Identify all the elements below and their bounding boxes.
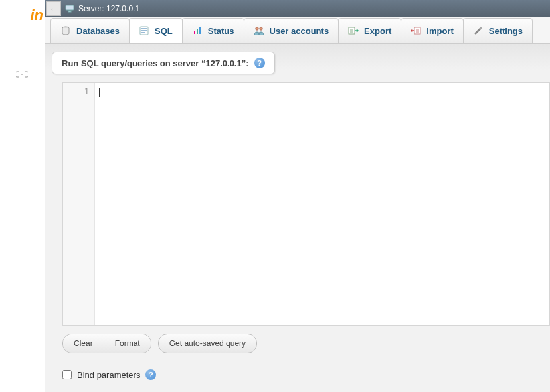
tab-label: User accounts (270, 26, 329, 36)
svg-rect-0 (66, 5, 74, 10)
tab-import[interactable]: Import (401, 18, 463, 43)
tab-label: Export (364, 26, 391, 36)
tab-databases[interactable]: Databases (50, 18, 130, 43)
tab-label: Import (426, 26, 453, 36)
line-number: 1 (63, 87, 89, 96)
bind-parameters-row: Bind parameters ? (62, 369, 156, 380)
collapse-sidebar-button[interactable]: ← (46, 1, 61, 16)
get-autosaved-button[interactable]: Get auto-saved query (158, 334, 257, 353)
tab-sql[interactable]: SQL (129, 18, 183, 43)
import-icon (411, 25, 421, 36)
svg-point-8 (259, 27, 262, 30)
svg-rect-1 (68, 11, 71, 12)
editor-body[interactable] (95, 83, 549, 325)
settings-icon (473, 25, 484, 36)
link-icon[interactable] (16, 70, 28, 77)
svg-rect-4 (194, 31, 195, 34)
logo-fragment: in (30, 7, 43, 24)
svg-point-11 (480, 27, 482, 29)
breadcrumb-bar: ← Server: 127.0.0.1 (45, 0, 550, 17)
user-accounts-icon (254, 25, 264, 36)
help-icon[interactable]: ? (145, 369, 156, 380)
tab-export[interactable]: Export (338, 18, 401, 43)
svg-rect-6 (199, 27, 201, 34)
tab-label: Status (208, 26, 234, 36)
tab-bar: Databases SQL Status User accounts Expor… (45, 17, 550, 44)
content-area: Run SQL query/queries on server “127.0.0… (45, 44, 550, 392)
help-icon[interactable]: ? (254, 58, 265, 68)
tab-status[interactable]: Status (182, 18, 244, 43)
editor-cursor (99, 88, 100, 97)
tab-user-accounts[interactable]: User accounts (244, 18, 339, 43)
left-sidebar: in (0, 0, 45, 392)
bind-parameters-label[interactable]: Bind parameters (77, 370, 140, 380)
tab-label: Databases (76, 26, 120, 36)
database-icon (60, 25, 71, 36)
clear-button[interactable]: Clear (63, 334, 104, 353)
editor-buttons: Clear Format Get auto-saved query (62, 334, 257, 353)
panel-title: Run SQL query/queries on server “127.0.0… (62, 58, 249, 68)
editor-gutter: 1 (63, 83, 95, 325)
svg-point-7 (255, 27, 258, 30)
tab-label: Settings (489, 26, 523, 36)
sql-icon (139, 25, 149, 36)
tab-label: SQL (155, 26, 173, 36)
panel-header: Run SQL query/queries on server “127.0.0… (52, 52, 275, 74)
status-icon (192, 25, 203, 36)
svg-rect-5 (197, 29, 198, 34)
server-icon (65, 5, 74, 13)
export-icon (348, 25, 359, 36)
main-area: ← Server: 127.0.0.1 Databases SQL S (45, 0, 550, 392)
format-button[interactable]: Format (104, 334, 151, 353)
bind-parameters-checkbox[interactable] (62, 370, 72, 379)
breadcrumb-server[interactable]: Server: 127.0.0.1 (78, 4, 139, 13)
sql-editor[interactable]: 1 (62, 82, 550, 326)
tab-settings[interactable]: Settings (463, 18, 533, 43)
clear-format-group: Clear Format (62, 334, 151, 353)
